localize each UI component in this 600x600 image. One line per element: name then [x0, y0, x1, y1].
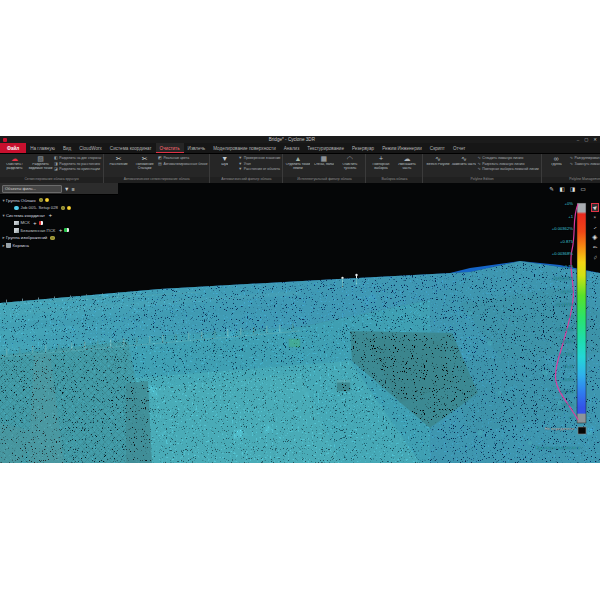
- tree-mini-icon[interactable]: [45, 198, 49, 202]
- ribbon-button[interactable]: Отделить точки земли: [285, 155, 310, 170]
- ribbon-button[interactable]: Повторная выборка: [368, 155, 393, 170]
- panel-menu-icon[interactable]: ≡: [71, 184, 74, 194]
- viewport-3d[interactable]: Объекты филь... ▼ ≡ ▾ Группа Облако: [0, 183, 600, 463]
- tree-item-label[interactable]: Корзина: [13, 243, 29, 248]
- ribbon-small-button[interactable]: Проверенное значение: [238, 156, 280, 160]
- tree-mini-icon[interactable]: [64, 228, 68, 232]
- ribbon-button[interactable]: Стены, полы: [311, 155, 336, 167]
- ribbon-button[interactable]: Очистить туннель: [337, 155, 362, 170]
- tree-row[interactable]: Job 005- Setup 028: [1, 205, 119, 212]
- ribbon-button[interactable]: Группа: [544, 155, 569, 167]
- menu-tab[interactable]: Вид: [59, 143, 75, 153]
- ribbon-small-button[interactable]: Угол: [238, 162, 280, 166]
- ribbon-button[interactable]: Положение Станции: [132, 155, 157, 170]
- histogram-right[interactable]: ◨: [569, 185, 577, 193]
- maximize-icon[interactable]: ▢: [584, 136, 588, 143]
- ribbon-small-button[interactable]: Расстояние от объекта: [238, 167, 280, 171]
- ribbon-small-label: Разделить по расстоянию: [59, 162, 100, 166]
- ribbon-small-button[interactable]: Сгладить ломаную линию: [477, 156, 538, 160]
- select[interactable]: ▶: [591, 203, 600, 212]
- ribbon-small-label: Разрезать ломаную линию: [482, 162, 524, 166]
- ribbon-small-button[interactable]: Повторная выборка ломаной линии: [477, 167, 538, 171]
- menu-tab[interactable]: Файл: [0, 143, 26, 153]
- tree-item-label[interactable]: Безымянная ПСК: [21, 228, 56, 233]
- ribbon-button-label: Повторная выборка: [368, 163, 393, 170]
- ribbon-button[interactable]: Уменьшить часть: [394, 155, 419, 170]
- scale-label: +0.00362%: [527, 227, 573, 231]
- filter-funnel-icon[interactable]: ▼: [64, 184, 69, 194]
- menu-tab[interactable]: CloudWorx: [75, 143, 106, 153]
- tree-mini-icon[interactable]: [39, 198, 43, 202]
- ribbon-button-label: Очистить туннель: [337, 163, 362, 170]
- tree-row[interactable]: ▾ Система координат: [1, 212, 119, 219]
- object-tree: ▾ Группа Облако: [1, 197, 119, 249]
- close-icon[interactable]: ✕: [593, 136, 597, 143]
- minimize-icon[interactable]: –: [577, 136, 579, 143]
- ribbon-button[interactable]: Заменить часть: [451, 155, 476, 167]
- ribbon-button[interactable]: Stretch Polyline: [425, 155, 450, 167]
- menu-tab[interactable]: Отчет: [449, 143, 470, 153]
- ribbon: Очистить / разделить Разделить видимые т…: [0, 154, 600, 183]
- tree-item-label[interactable]: Job 005- Setup 028: [21, 205, 59, 210]
- ribbon-small-icon: [54, 167, 58, 171]
- ribbon-small-button[interactable]: Реальные цвета: [158, 156, 207, 160]
- ribbon-small-button[interactable]: Автоматизированные блоки: [158, 162, 207, 166]
- draw[interactable]: ✎: [591, 243, 600, 252]
- menu-tab[interactable]: Очистить: [156, 143, 184, 153]
- tree-row[interactable]: МСК: [1, 220, 119, 227]
- unit-label: Единица измерения: м: [520, 445, 596, 450]
- tree-mini-icon[interactable]: [33, 221, 37, 225]
- ribbon-small-button[interactable]: Замкнуть ломаную линию: [570, 162, 600, 166]
- menu-tab[interactable]: Скрипт: [426, 143, 449, 153]
- tree-row[interactable]: ▸ Группа изображений: [1, 235, 119, 242]
- menu-tab[interactable]: Резервуар: [348, 143, 378, 153]
- ribbon-button[interactable]: Разделить видимые точки: [28, 155, 53, 170]
- ribbon-button-label: Шум: [221, 163, 228, 167]
- tree-mini-icon[interactable]: [39, 221, 43, 225]
- ribbon-button-label: Заменить часть: [451, 163, 476, 167]
- measure[interactable]: ↔: [591, 223, 600, 232]
- pan[interactable]: +: [591, 213, 600, 222]
- menu-tab[interactable]: Моделирование поверхности: [209, 143, 280, 153]
- ribbon-small-button[interactable]: Разделить по расстоянию: [54, 162, 101, 166]
- ribbon-small-button[interactable]: Разрезать ломаную линию: [477, 162, 538, 166]
- tree-row[interactable]: ▸ Корзина: [1, 242, 119, 249]
- tree-mini-icon[interactable]: [48, 213, 52, 217]
- histogram-left[interactable]: ◧: [558, 185, 566, 193]
- menu-tab[interactable]: Режим Инженерии: [378, 143, 426, 153]
- ribbon-small-icon: [238, 156, 242, 160]
- tree-item-label[interactable]: Группа Облако: [6, 198, 36, 203]
- menu-tab[interactable]: Извлечь: [184, 143, 210, 153]
- menu-tab[interactable]: Система координат: [106, 143, 156, 153]
- tree-item-label[interactable]: МСК: [21, 220, 30, 225]
- ribbon-button-label: Расстояние: [109, 163, 127, 167]
- view[interactable]: ▣: [591, 233, 600, 242]
- ribbon-button-icon: [461, 155, 467, 163]
- ribbon-button-icon: [142, 155, 148, 163]
- tree-item-label[interactable]: Группа изображений: [6, 235, 47, 240]
- tree-mini-icon[interactable]: [50, 236, 54, 240]
- tree-row[interactable]: ▾ Группа Облако: [1, 197, 119, 204]
- eraser[interactable]: ▭: [579, 185, 587, 193]
- objects-filter-input[interactable]: Объекты филь...: [2, 185, 62, 193]
- ribbon-button[interactable]: Очистить / разделить: [2, 155, 27, 170]
- tree-mini-icon[interactable]: [61, 206, 65, 210]
- ribbon-button[interactable]: Расстояние: [106, 155, 131, 167]
- ribbon-small-icon: [477, 156, 480, 160]
- ribbon-small-label: Расстояние от объекта: [244, 167, 280, 171]
- tree-row[interactable]: Безымянная ПСК: [1, 227, 119, 234]
- menu-tab[interactable]: Анализ: [280, 143, 304, 153]
- tree-item-label[interactable]: Система координат: [6, 213, 45, 218]
- menu-tab[interactable]: На главную: [26, 143, 59, 153]
- ribbon-button-label: Stretch Polyline: [426, 163, 450, 167]
- tree-mini-icon[interactable]: [67, 206, 71, 210]
- ribbon-button-icon: [221, 155, 228, 163]
- ribbon-small-button[interactable]: Разгруппировать ломаную линию: [570, 156, 600, 160]
- section[interactable]: ▱: [591, 253, 600, 262]
- ribbon-button[interactable]: Шум: [212, 155, 237, 167]
- tree-mini-icon[interactable]: [58, 228, 62, 232]
- menu-tab[interactable]: Текстурирование: [303, 143, 348, 153]
- edit-scale[interactable]: ✎: [548, 185, 556, 193]
- ribbon-small-button[interactable]: Разделить на две стороны: [54, 156, 101, 160]
- ribbon-small-button[interactable]: Разделить по ориентации: [54, 167, 101, 171]
